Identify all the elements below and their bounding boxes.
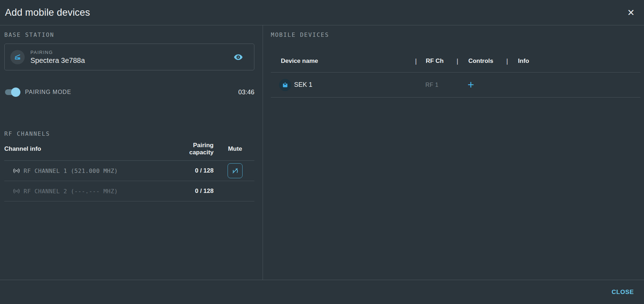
column-channel-info: Channel info — [4, 145, 169, 153]
mobile-devices-section-title: MOBILE DEVICES — [271, 31, 640, 38]
dialog-content: BASE STATION PAIRING Spectera 3e788a — [0, 25, 644, 280]
column-pairing-capacity: Pairing capacity — [169, 142, 216, 156]
pairing-info: PAIRING Spectera 3e788a — [30, 50, 85, 65]
rf-channel-name: RF CHANNEL 1 (521.000 MHZ) — [21, 168, 169, 174]
dialog-title: Add mobile devices — [5, 7, 90, 18]
mobile-devices-panel: MOBILE DEVICES Device name | RF Ch | Con… — [263, 25, 644, 280]
rf-channels-section-title: RF CHANNELS — [4, 130, 254, 137]
add-mobile-devices-dialog: Add mobile devices ✕ BASE STATION PAIRIN… — [0, 0, 644, 304]
dialog-header: Add mobile devices ✕ — [0, 0, 644, 25]
toggle-knob — [11, 88, 20, 97]
close-button[interactable]: CLOSE — [608, 286, 638, 299]
rf-signal-off-icon — [231, 166, 239, 175]
pairing-mode-label: PAIRING MODE — [25, 89, 71, 95]
eye-icon — [233, 53, 244, 62]
column-info: Info — [508, 58, 529, 65]
bodypack-device-icon — [282, 81, 289, 89]
identify-button[interactable] — [233, 53, 244, 62]
close-icon[interactable]: ✕ — [625, 7, 637, 19]
column-device-name: Device name — [271, 58, 415, 65]
rf-channel-row-1: RF CHANNEL 1 (521.000 MHZ) 0 / 128 — [4, 161, 254, 181]
column-mute: Mute — [216, 145, 254, 153]
base-station-panel: BASE STATION PAIRING Spectera 3e788a — [0, 25, 263, 280]
pairing-mode-toggle[interactable] — [4, 85, 21, 99]
pairing-label: PAIRING — [30, 50, 85, 55]
plus-icon: + — [468, 79, 474, 91]
base-station-name: Spectera 3e788a — [30, 56, 85, 65]
rf-signal-icon — [12, 187, 21, 195]
rf-table-header: Channel info Pairing capacity Mute — [4, 137, 254, 161]
column-rf-ch: RF Ch — [417, 58, 457, 65]
pairing-mode-row: PAIRING MODE 03:46 — [4, 85, 254, 99]
mobile-devices-table-header: Device name | RF Ch | Controls | Info — [271, 50, 640, 73]
device-rf-channel: RF 1 — [416, 82, 458, 88]
rf-signal-icon — [12, 166, 21, 175]
rf-channel-capacity: 0 / 128 — [169, 188, 216, 195]
mobile-device-row-sek1: SEK 1 RF 1 + — [271, 73, 640, 98]
rf-channel-name: RF CHANNEL 2 (---.--- MHZ) — [21, 188, 169, 195]
add-device-button[interactable]: + — [465, 79, 476, 90]
rf-channels-table: Channel info Pairing capacity Mute RF CH… — [4, 137, 254, 201]
base-station-icon — [14, 53, 21, 61]
column-controls: Controls — [458, 58, 506, 65]
device-avatar — [279, 79, 291, 91]
pairing-countdown: 03:46 — [238, 89, 254, 96]
base-station-avatar — [10, 50, 25, 64]
dialog-footer: CLOSE — [0, 280, 644, 304]
mute-button[interactable] — [228, 163, 243, 178]
rf-channel-row-2: RF CHANNEL 2 (---.--- MHZ) 0 / 128 — [4, 181, 254, 201]
device-name: SEK 1 — [294, 81, 312, 89]
base-station-section-title: BASE STATION — [4, 31, 254, 38]
rf-channel-capacity: 0 / 128 — [169, 167, 216, 174]
base-station-card: PAIRING Spectera 3e788a — [4, 44, 254, 70]
